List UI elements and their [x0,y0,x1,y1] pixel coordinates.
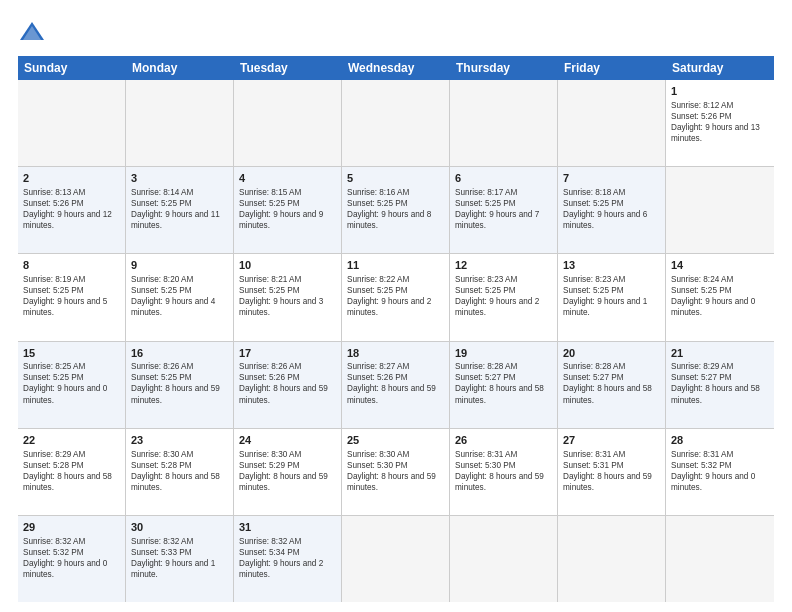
empty-cell [450,516,558,602]
calendar-week-2: 2Sunrise: 8:13 AM Sunset: 5:26 PM Daylig… [18,167,774,254]
day-cell-26: 26Sunrise: 8:31 AM Sunset: 5:30 PM Dayli… [450,429,558,515]
day-cell-17: 17Sunrise: 8:26 AM Sunset: 5:26 PM Dayli… [234,342,342,428]
day-info: Sunrise: 8:26 AM Sunset: 5:26 PM Dayligh… [239,361,336,405]
day-number: 25 [347,433,444,448]
day-info: Sunrise: 8:16 AM Sunset: 5:25 PM Dayligh… [347,187,444,231]
calendar-week-5: 22Sunrise: 8:29 AM Sunset: 5:28 PM Dayli… [18,429,774,516]
day-cell-10: 10Sunrise: 8:21 AM Sunset: 5:25 PM Dayli… [234,254,342,340]
day-cell-7: 7Sunrise: 8:18 AM Sunset: 5:25 PM Daylig… [558,167,666,253]
day-cell-1: 1Sunrise: 8:12 AM Sunset: 5:26 PM Daylig… [666,80,774,166]
day-info: Sunrise: 8:30 AM Sunset: 5:28 PM Dayligh… [131,449,228,493]
day-info: Sunrise: 8:31 AM Sunset: 5:32 PM Dayligh… [671,449,769,493]
calendar-week-6: 29Sunrise: 8:32 AM Sunset: 5:32 PM Dayli… [18,516,774,602]
day-number: 29 [23,520,120,535]
empty-cell [558,80,666,166]
empty-cell [234,80,342,166]
day-cell-28: 28Sunrise: 8:31 AM Sunset: 5:32 PM Dayli… [666,429,774,515]
day-cell-31: 31Sunrise: 8:32 AM Sunset: 5:34 PM Dayli… [234,516,342,602]
day-info: Sunrise: 8:31 AM Sunset: 5:30 PM Dayligh… [455,449,552,493]
header-day-friday: Friday [558,56,666,80]
day-number: 2 [23,171,120,186]
day-cell-25: 25Sunrise: 8:30 AM Sunset: 5:30 PM Dayli… [342,429,450,515]
header-day-tuesday: Tuesday [234,56,342,80]
page: SundayMondayTuesdayWednesdayThursdayFrid… [0,0,792,612]
day-number: 31 [239,520,336,535]
day-number: 1 [671,84,769,99]
calendar: SundayMondayTuesdayWednesdayThursdayFrid… [18,56,774,602]
logo-icon [18,18,46,46]
day-number: 18 [347,346,444,361]
logo [18,18,50,46]
day-info: Sunrise: 8:22 AM Sunset: 5:25 PM Dayligh… [347,274,444,318]
day-cell-5: 5Sunrise: 8:16 AM Sunset: 5:25 PM Daylig… [342,167,450,253]
day-number: 13 [563,258,660,273]
day-cell-21: 21Sunrise: 8:29 AM Sunset: 5:27 PM Dayli… [666,342,774,428]
day-number: 10 [239,258,336,273]
day-number: 16 [131,346,228,361]
day-number: 7 [563,171,660,186]
day-number: 8 [23,258,120,273]
day-info: Sunrise: 8:26 AM Sunset: 5:25 PM Dayligh… [131,361,228,405]
day-info: Sunrise: 8:32 AM Sunset: 5:32 PM Dayligh… [23,536,120,580]
day-cell-20: 20Sunrise: 8:28 AM Sunset: 5:27 PM Dayli… [558,342,666,428]
day-number: 3 [131,171,228,186]
day-number: 6 [455,171,552,186]
empty-cell [342,516,450,602]
empty-cell [18,80,126,166]
day-info: Sunrise: 8:12 AM Sunset: 5:26 PM Dayligh… [671,100,769,144]
day-info: Sunrise: 8:13 AM Sunset: 5:26 PM Dayligh… [23,187,120,231]
day-cell-19: 19Sunrise: 8:28 AM Sunset: 5:27 PM Dayli… [450,342,558,428]
day-number: 21 [671,346,769,361]
day-info: Sunrise: 8:25 AM Sunset: 5:25 PM Dayligh… [23,361,120,405]
day-info: Sunrise: 8:14 AM Sunset: 5:25 PM Dayligh… [131,187,228,231]
header-day-wednesday: Wednesday [342,56,450,80]
empty-cell [666,516,774,602]
day-number: 12 [455,258,552,273]
day-info: Sunrise: 8:29 AM Sunset: 5:28 PM Dayligh… [23,449,120,493]
empty-cell [558,516,666,602]
day-info: Sunrise: 8:23 AM Sunset: 5:25 PM Dayligh… [563,274,660,318]
day-number: 17 [239,346,336,361]
day-info: Sunrise: 8:30 AM Sunset: 5:29 PM Dayligh… [239,449,336,493]
day-number: 24 [239,433,336,448]
day-number: 23 [131,433,228,448]
day-cell-4: 4Sunrise: 8:15 AM Sunset: 5:25 PM Daylig… [234,167,342,253]
day-number: 30 [131,520,228,535]
day-number: 27 [563,433,660,448]
day-cell-27: 27Sunrise: 8:31 AM Sunset: 5:31 PM Dayli… [558,429,666,515]
day-info: Sunrise: 8:21 AM Sunset: 5:25 PM Dayligh… [239,274,336,318]
day-cell-30: 30Sunrise: 8:32 AM Sunset: 5:33 PM Dayli… [126,516,234,602]
day-info: Sunrise: 8:28 AM Sunset: 5:27 PM Dayligh… [563,361,660,405]
day-number: 28 [671,433,769,448]
calendar-header: SundayMondayTuesdayWednesdayThursdayFrid… [18,56,774,80]
day-info: Sunrise: 8:31 AM Sunset: 5:31 PM Dayligh… [563,449,660,493]
calendar-week-1: 1Sunrise: 8:12 AM Sunset: 5:26 PM Daylig… [18,80,774,167]
empty-cell [342,80,450,166]
day-number: 20 [563,346,660,361]
day-number: 14 [671,258,769,273]
day-cell-22: 22Sunrise: 8:29 AM Sunset: 5:28 PM Dayli… [18,429,126,515]
day-cell-23: 23Sunrise: 8:30 AM Sunset: 5:28 PM Dayli… [126,429,234,515]
day-number: 5 [347,171,444,186]
day-number: 9 [131,258,228,273]
day-number: 22 [23,433,120,448]
day-info: Sunrise: 8:19 AM Sunset: 5:25 PM Dayligh… [23,274,120,318]
day-info: Sunrise: 8:20 AM Sunset: 5:25 PM Dayligh… [131,274,228,318]
empty-cell [126,80,234,166]
day-info: Sunrise: 8:30 AM Sunset: 5:30 PM Dayligh… [347,449,444,493]
day-cell-6: 6Sunrise: 8:17 AM Sunset: 5:25 PM Daylig… [450,167,558,253]
day-info: Sunrise: 8:27 AM Sunset: 5:26 PM Dayligh… [347,361,444,405]
header-day-saturday: Saturday [666,56,774,80]
day-cell-14: 14Sunrise: 8:24 AM Sunset: 5:25 PM Dayli… [666,254,774,340]
day-cell-9: 9Sunrise: 8:20 AM Sunset: 5:25 PM Daylig… [126,254,234,340]
day-cell-18: 18Sunrise: 8:27 AM Sunset: 5:26 PM Dayli… [342,342,450,428]
day-number: 11 [347,258,444,273]
day-number: 4 [239,171,336,186]
day-number: 26 [455,433,552,448]
empty-cell [450,80,558,166]
day-info: Sunrise: 8:28 AM Sunset: 5:27 PM Dayligh… [455,361,552,405]
day-info: Sunrise: 8:29 AM Sunset: 5:27 PM Dayligh… [671,361,769,405]
day-cell-13: 13Sunrise: 8:23 AM Sunset: 5:25 PM Dayli… [558,254,666,340]
day-info: Sunrise: 8:24 AM Sunset: 5:25 PM Dayligh… [671,274,769,318]
header-day-monday: Monday [126,56,234,80]
